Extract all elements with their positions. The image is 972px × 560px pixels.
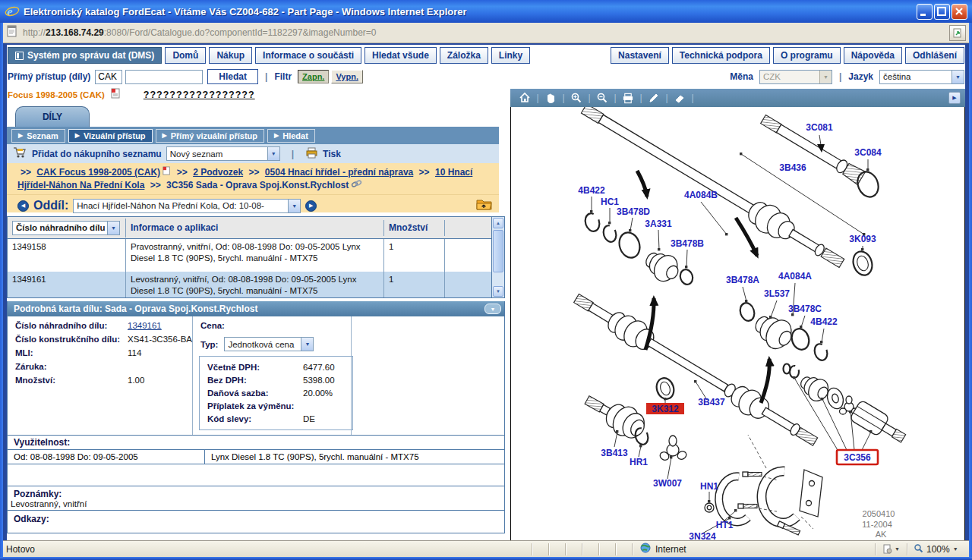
nav-bookmark-button[interactable]: Záložka: [440, 47, 488, 64]
part-label[interactable]: 3B478D: [617, 206, 650, 217]
nav-logout-button[interactable]: Odhlášení: [905, 47, 964, 64]
tab-dily[interactable]: DÍLY: [15, 106, 90, 127]
part-label[interactable]: 3L537: [764, 288, 790, 299]
print-icon[interactable]: [620, 91, 636, 105]
currency-label: Měna: [730, 71, 753, 82]
part-label-selected[interactable]: 3C356: [837, 450, 878, 464]
subtab-vizualni-pristup[interactable]: ▶Vizuální přístup: [68, 129, 153, 143]
code-input[interactable]: [95, 70, 122, 84]
url-field[interactable]: http://213.168.74.29:8080/Ford/Catalogue…: [23, 25, 945, 41]
part-label[interactable]: 4A084A: [778, 271, 812, 282]
breadcrumb-podvozek[interactable]: 2 Podvozek: [193, 167, 243, 178]
part-label[interactable]: 3N324: [689, 531, 716, 540]
price-type-select[interactable]: Jednotková cena▼: [224, 337, 314, 351]
search-input[interactable]: [125, 70, 203, 84]
maximize-button[interactable]: [934, 4, 950, 20]
nav-links-button[interactable]: Linky: [491, 47, 530, 64]
drawing-number: 2050410: [863, 509, 895, 518]
parts-diagram[interactable]: 3C081 3C084 3B436 3K093 4B422 HC1 3B478D…: [511, 107, 964, 540]
zoom-out-icon[interactable]: [594, 91, 611, 105]
table-row-selected[interactable]: 1349161 Levostranný, vnitřní, Od: 08-08-…: [8, 272, 504, 297]
collapse-card-button[interactable]: ▼: [484, 304, 501, 314]
scrollbar-thumb[interactable]: [493, 230, 503, 272]
price-type-label: Typ:: [200, 340, 218, 349]
breadcrumb-catalog[interactable]: CAK Focus 1998-2005 (CAK): [36, 167, 160, 178]
part-label[interactable]: 3A331: [645, 219, 672, 229]
part-label[interactable]: 3B413: [601, 448, 628, 458]
language-select[interactable]: čeština▼: [879, 70, 964, 84]
snap-ring-4B422-2: [813, 342, 829, 362]
home-icon[interactable]: [516, 91, 533, 105]
zoom-in-icon[interactable]: [568, 91, 585, 105]
filter-off-button[interactable]: Vypn.: [331, 70, 363, 83]
column-filter-select[interactable]: Číslo náhradního dílu▼: [12, 221, 120, 235]
table-row[interactable]: 1349158 Pravostranný, vnitřní, Od: 08-08…: [8, 239, 504, 272]
folder-up-icon[interactable]: [476, 197, 493, 214]
nav-part-info-button[interactable]: Informace o součásti: [255, 47, 361, 64]
subtab-primy-vizualni-pristup[interactable]: ▶Přímý vizuální přístup: [156, 129, 264, 143]
minimize-button[interactable]: [917, 4, 933, 20]
protected-mode-cell[interactable]: ▼: [875, 543, 907, 555]
diagram-toolbar: | | | | | | | ▶: [510, 89, 965, 107]
part-label[interactable]: HR1: [630, 457, 648, 467]
part-label[interactable]: 3B436: [779, 162, 806, 173]
close-button[interactable]: [951, 4, 967, 20]
nav-about-button[interactable]: O programu: [773, 47, 841, 64]
part-label[interactable]: 3C081: [806, 122, 833, 133]
part-label[interactable]: 4B422: [578, 185, 605, 196]
eraser-icon[interactable]: [671, 91, 688, 105]
nav-support-button[interactable]: Technická podpora: [672, 47, 770, 64]
part-label[interactable]: HC1: [601, 197, 619, 207]
currency-select[interactable]: CZK▼: [759, 70, 832, 84]
filter-on-button[interactable]: Zapn.: [298, 70, 329, 83]
nav-dms-button[interactable]: Systém pro správu dat (DMS): [8, 47, 162, 64]
print-label[interactable]: Tisk: [323, 149, 341, 159]
placeholder-link[interactable]: ?????????????????: [144, 90, 255, 100]
document-icon[interactable]: [111, 88, 121, 102]
part-label-highlighted[interactable]: 3K312: [646, 403, 684, 414]
pan-hand-icon[interactable]: [542, 91, 559, 105]
cell-quantity: 1: [384, 272, 445, 297]
scroll-up-icon[interactable]: ▲: [493, 218, 503, 228]
part-label[interactable]: 3B478A: [726, 275, 759, 285]
subtab-seznam[interactable]: ▶Seznam: [11, 129, 65, 143]
part-label[interactable]: 3C084: [854, 147, 882, 158]
table-scrollbar[interactable]: ▲ ▼: [491, 217, 504, 297]
zoom-control[interactable]: 100% ▼: [907, 543, 972, 555]
subtab-hledat[interactable]: ▶Hledat: [267, 129, 315, 143]
link-chain-icon[interactable]: [351, 180, 362, 190]
part-label[interactable]: 3W007: [653, 478, 682, 489]
add-to-list-label[interactable]: Přidat do nákupního seznamu: [32, 149, 162, 159]
part-label[interactable]: 3B437: [698, 397, 725, 407]
go-button[interactable]: [949, 25, 966, 41]
notes-title: Poznámky:: [8, 486, 504, 499]
ring-3K093: [850, 249, 876, 278]
nav-home-button[interactable]: Domů: [165, 47, 206, 64]
draw-pencil-icon[interactable]: [645, 91, 662, 105]
shopping-list-select[interactable]: Nový seznam▼: [166, 146, 280, 161]
clamp-3B478B: [678, 268, 694, 286]
scroll-down-icon[interactable]: ▼: [493, 286, 503, 297]
breadcrumb-hnaci-hridel[interactable]: 0504 Hnací hřídel - přední náprava: [265, 167, 413, 178]
part-label[interactable]: 4A084B: [684, 190, 718, 200]
part-label[interactable]: HT1: [716, 520, 734, 530]
spider-3W007: [658, 436, 687, 461]
nav-search-all-button[interactable]: Hledat všude: [364, 47, 437, 64]
zoom-level: 100%: [926, 544, 950, 555]
section-next-button[interactable]: ▶: [305, 200, 317, 212]
panel-next-icon[interactable]: ▶: [948, 92, 961, 104]
cell-application-info: Levostranný, vnitřní, Od: 08-08-1998 Do:…: [126, 272, 384, 297]
section-select[interactable]: Hnací Hjřídel-Náhon Na Přední Kola, Od: …: [73, 199, 301, 213]
nav-help-button[interactable]: Nápověda: [844, 47, 902, 64]
part-label[interactable]: HN1: [700, 481, 718, 492]
part-label[interactable]: 3B478C: [788, 304, 822, 314]
part-label[interactable]: 4B422: [810, 316, 838, 327]
nav-purchase-button[interactable]: Nákup: [209, 47, 252, 64]
nav-settings-button[interactable]: Nastavení: [611, 47, 669, 64]
url-host: 213.168.74.29: [46, 27, 104, 38]
part-label[interactable]: 3B478B: [671, 238, 704, 249]
search-button[interactable]: Hledat: [207, 69, 258, 84]
part-label[interactable]: 3K093: [849, 234, 876, 244]
part-number-link[interactable]: 1349161: [128, 321, 162, 330]
section-prev-button[interactable]: ◀: [17, 200, 29, 212]
